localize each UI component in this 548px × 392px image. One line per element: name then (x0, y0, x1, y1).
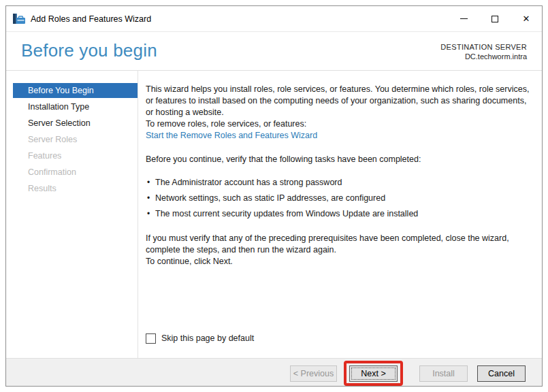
destination-server-value: DC.techworm.intra (440, 52, 527, 61)
prerequisite-note: If you must verify that any of the prece… (146, 233, 531, 256)
skip-page-label: Skip this page by default (161, 333, 254, 344)
continue-note: To continue, click Next. (146, 256, 531, 267)
page-title: Before you begin (21, 40, 157, 61)
sidebar-item-server-roles: Server Roles (13, 132, 138, 147)
wizard-steps-sidebar: Before You Begin Installation Type Serve… (6, 71, 138, 358)
title-bar: Add Roles and Features Wizard ✕ (6, 6, 542, 32)
prerequisite-list: •The Administrator account has a strong … (147, 177, 531, 220)
sidebar-item-results: Results (13, 181, 138, 196)
wizard-window: Add Roles and Features Wizard ✕ Before y… (5, 5, 543, 387)
wizard-footer: < Previous Next > Install Cancel (6, 358, 542, 386)
sidebar-item-server-selection[interactable]: Server Selection (13, 116, 138, 131)
cancel-button[interactable]: Cancel (477, 365, 526, 382)
list-item: •The Administrator account has a strong … (147, 177, 531, 189)
bullet-icon: • (147, 177, 155, 188)
minimize-icon (460, 18, 468, 19)
destination-server-block: DESTINATION SERVER DC.techworm.intra (440, 40, 527, 61)
window-title: Add Roles and Features Wizard (31, 14, 448, 24)
skip-page-checkbox[interactable] (146, 333, 156, 344)
sidebar-item-installation-type[interactable]: Installation Type (13, 99, 138, 114)
list-item: •Network settings, such as static IP add… (147, 193, 531, 204)
sidebar-item-before-you-begin[interactable]: Before You Begin (13, 83, 138, 98)
destination-server-label: DESTINATION SERVER (440, 43, 527, 51)
install-button: Install (419, 365, 468, 382)
wizard-content: This wizard helps you install roles, rol… (138, 71, 542, 358)
previous-button: < Previous (290, 365, 337, 382)
intro-paragraph: This wizard helps you install roles, rol… (146, 84, 531, 118)
close-button[interactable]: ✕ (511, 6, 542, 31)
verify-heading: Before you continue, verify that the fol… (146, 154, 531, 165)
remove-heading: To remove roles, role services, or featu… (146, 118, 531, 130)
maximize-button[interactable] (479, 6, 511, 31)
next-button[interactable]: Next > (349, 365, 398, 382)
sidebar-item-features: Features (13, 148, 138, 163)
maximize-icon (491, 16, 498, 22)
bullet-icon: • (147, 208, 155, 219)
list-item: •The most current security updates from … (147, 208, 531, 220)
sidebar-item-confirmation: Confirmation (13, 165, 138, 180)
close-icon: ✕ (523, 14, 530, 23)
wizard-header: Before you begin DESTINATION SERVER DC.t… (6, 32, 542, 71)
bullet-icon: • (147, 193, 155, 203)
skip-page-row: Skip this page by default (146, 333, 254, 344)
remove-wizard-link[interactable]: Start the Remove Roles and Features Wiza… (146, 130, 317, 142)
minimize-button[interactable] (448, 6, 479, 31)
roles-wizard-icon (13, 14, 25, 24)
